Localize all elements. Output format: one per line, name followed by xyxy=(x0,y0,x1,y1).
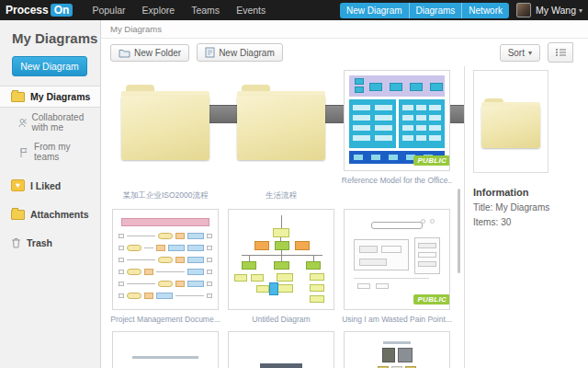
card-diagram[interactable]: Untitled Diagram xyxy=(224,209,338,324)
grid-scrollbar[interactable] xyxy=(458,189,460,273)
folder-thumbnail[interactable] xyxy=(228,85,334,186)
sidebar-item-from-my-teams[interactable]: From my teams xyxy=(0,137,100,167)
card-diagram[interactable]: PUBLIC Reference Model for the Office.. xyxy=(340,70,454,201)
quick-link-diagrams[interactable]: Diagrams xyxy=(409,3,462,18)
card-folder[interactable]: 生活流程 xyxy=(224,70,338,201)
flag-icon xyxy=(18,147,28,157)
top-navbar: ProcessOn Popular Explore Teams Events N… xyxy=(0,0,588,20)
sidebar-item-collaborated[interactable]: Collaborated with me xyxy=(0,108,100,137)
view-toggle xyxy=(548,42,573,63)
sidebar-item-attachments[interactable]: Attachments xyxy=(0,204,100,224)
thumb-art xyxy=(113,356,218,368)
sidebar-item-label: Collaborated with me xyxy=(32,112,94,132)
logo-text: Process xyxy=(6,4,49,17)
info-title-value: My Diagrams xyxy=(495,202,549,213)
thumb-art xyxy=(345,341,449,368)
new-folder-icon xyxy=(119,48,130,58)
nav-item-explore[interactable]: Explore xyxy=(142,5,175,16)
sidebar-item-label: From my teams xyxy=(34,142,93,162)
info-items-value: 30 xyxy=(501,217,511,227)
info-items-line: Items:30 xyxy=(473,217,588,227)
user-avatar[interactable] xyxy=(516,3,531,17)
nav-item-teams[interactable]: Teams xyxy=(191,5,220,16)
people-icon xyxy=(18,118,27,128)
info-title-label: Title: xyxy=(473,202,492,213)
sidebar-item-my-diagrams[interactable]: My Diagrams xyxy=(0,86,100,108)
card-title[interactable]: Using I am Wasted Pain Point... xyxy=(340,315,454,324)
thumb-art xyxy=(229,363,334,368)
folder-icon xyxy=(11,210,25,220)
quick-link-new-diagram[interactable]: New Diagram xyxy=(340,3,409,18)
diagram-thumbnail[interactable]: PUBLIC xyxy=(344,209,450,310)
diagram-thumbnail[interactable] xyxy=(112,209,219,310)
card-title[interactable]: Reference Model for the Office.. xyxy=(340,176,454,185)
card-diagram[interactable] xyxy=(340,331,454,368)
sidebar-title: My Diagrams xyxy=(0,20,100,46)
folder-icon xyxy=(481,98,540,148)
processon-app: ProcessOn Popular Explore Teams Events N… xyxy=(0,0,588,368)
heart-icon: ♥ xyxy=(11,179,25,191)
diagram-thumbnail[interactable] xyxy=(112,331,219,368)
card-folder[interactable]: 某加工企业ISO2000流程 xyxy=(108,70,222,201)
sidebar-item-trash[interactable]: Trash xyxy=(0,233,100,253)
sidebar-item-label: Attachments xyxy=(30,209,89,220)
diagram-thumbnail[interactable] xyxy=(228,209,334,310)
sort-label: Sort xyxy=(508,48,525,58)
new-diagram-toolbar-button[interactable]: New Diagram xyxy=(197,43,283,62)
new-diagram-label: New Diagram xyxy=(219,48,275,58)
thumb-art xyxy=(345,75,449,164)
diagram-grid: 某加工企业ISO2000流程 生活流程 PUBLIC Reference Mod… xyxy=(101,66,458,368)
public-badge: PUBLIC xyxy=(413,155,450,166)
nav-item-events[interactable]: Events xyxy=(236,5,266,16)
user-menu-caret-icon[interactable]: ▾ xyxy=(579,6,582,15)
selected-folder-preview xyxy=(473,70,548,173)
sidebar: My Diagrams New Diagram My Diagrams Coll… xyxy=(0,20,101,368)
sort-caret-icon: ▾ xyxy=(528,49,532,57)
toolbar: New Folder New Diagram Sort ▾ xyxy=(101,39,588,66)
thumb-art xyxy=(345,222,449,229)
user-name[interactable]: My Wang xyxy=(536,5,576,16)
sidebar-item-label: My Diagrams xyxy=(30,91,90,102)
diagram-thumbnail[interactable]: PUBLIC xyxy=(344,70,450,171)
diagram-thumbnail[interactable] xyxy=(344,331,450,368)
folder-icon xyxy=(121,85,209,160)
folder-icon xyxy=(11,92,25,102)
processon-logo[interactable]: ProcessOn xyxy=(6,4,73,17)
sidebar-item-label: I Liked xyxy=(30,180,61,191)
breadcrumb[interactable]: My Diagrams xyxy=(101,20,588,39)
sidebar-item-i-liked[interactable]: ♥ I Liked xyxy=(0,175,100,196)
list-view-button[interactable] xyxy=(548,42,573,63)
folder-icon xyxy=(237,85,325,160)
card-diagram[interactable] xyxy=(224,331,338,368)
new-diagram-button[interactable]: New Diagram xyxy=(12,56,87,76)
new-diagram-icon xyxy=(205,47,215,58)
list-view-icon xyxy=(555,48,567,57)
card-title[interactable]: Project Management Docume... xyxy=(108,315,222,324)
new-folder-button[interactable]: New Folder xyxy=(110,44,189,62)
card-diagram[interactable]: Project Management Docume... xyxy=(108,209,222,324)
info-heading: Information xyxy=(473,187,588,198)
new-folder-label: New Folder xyxy=(134,48,181,58)
quick-links-group: New Diagram Diagrams Network xyxy=(340,3,509,18)
sidebar-item-label: Trash xyxy=(27,237,52,248)
public-badge: PUBLIC xyxy=(413,294,450,305)
quick-link-network[interactable]: Network xyxy=(461,3,509,18)
diagram-thumbnail[interactable] xyxy=(228,331,334,368)
trash-icon xyxy=(11,237,21,248)
info-items-label: Items: xyxy=(473,217,498,227)
info-panel: Information Title:My Diagrams Items:30 xyxy=(464,66,588,368)
info-title-line: Title:My Diagrams xyxy=(473,202,588,213)
folder-thumbnail[interactable] xyxy=(112,85,219,186)
nav-item-popular[interactable]: Popular xyxy=(92,5,125,16)
card-diagram[interactable]: PUBLIC Using I am Wasted Pain Point... xyxy=(340,209,454,324)
card-title[interactable]: Untitled Diagram xyxy=(224,315,338,324)
logo-on-box: On xyxy=(51,4,74,17)
card-diagram[interactable] xyxy=(108,331,222,368)
sort-button[interactable]: Sort ▾ xyxy=(500,44,540,62)
card-title[interactable]: 生活流程 xyxy=(224,190,338,201)
thumb-art xyxy=(113,218,218,299)
card-title[interactable]: 某加工企业ISO2000流程 xyxy=(108,190,222,201)
